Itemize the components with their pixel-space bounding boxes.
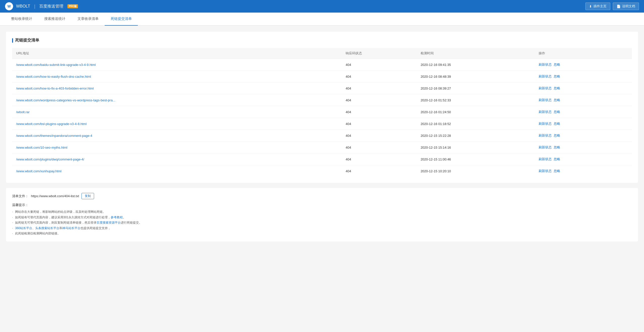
cell-url: /www.wbolt.com/bsl-plugins-upgrade-v3-4-… [12,118,342,130]
baidu-platform-link[interactable]: 百度搜索资源平台 [97,221,121,224]
table-row: /www.wbolt.com/plugins/dwq/comment-page-… [12,153,632,165]
header-title: 百度推送管理 [39,4,63,9]
table-row: /www.wbolt.com/wordpress-categories-vs-w… [12,94,632,106]
tutorial-link[interactable]: 参考教程 [111,216,123,219]
copy-button[interactable]: 复制 [82,193,94,199]
cell-status: 404 [342,142,417,153]
cell-url: /www.wbolt.com/themes/inpandora/comment-… [12,130,342,142]
pro-badge: PRO版 [67,4,78,8]
cell-url: /www.wbolt.com/xunhupay.html [12,165,342,177]
cell-url: /www.wbolt.com/10-seo-myths.html [12,142,342,153]
cell-time: 2020-12-16 01:52:33 [417,94,535,106]
docs-button[interactable]: 📄 说明文档 [613,3,639,10]
ignore-link[interactable]: 忽略 [554,86,560,90]
refresh-status-link[interactable]: 刷新状态 [539,110,552,114]
logo-icon: W [5,2,13,10]
table-row: /wbolt.rar4042020-12-16 01:24:50刷新状态忽略 [12,106,632,118]
refresh-status-link[interactable]: 刷新状态 [539,63,552,66]
url-link[interactable]: /www.wbolt.com/baidu-submit-link-upgrade… [16,63,96,67]
cell-actions: 刷新状态忽略 [535,142,632,153]
table-row: /www.wbolt.com/xunhupay.html4042020-12-1… [12,165,632,177]
docs-label: 说明文档 [622,4,635,9]
cell-status: 404 [342,118,417,130]
warning-item-4: 360站长平台、头条搜索站长平台和神马站长平台也提供死链提交支持， [12,226,632,231]
tab-dead-links[interactable]: 死链提交清单 [105,13,138,26]
table-row: /www.wbolt.com/themes/inpandora/comment-… [12,130,632,142]
warning-item-1: 网站存在大量死链，将影响网站的站点评级，应及时处理网站死链。 [12,209,632,215]
ignore-link[interactable]: 忽略 [554,74,560,78]
url-link[interactable]: /wbolt.rar [16,110,29,114]
cell-time: 2020-12-16 08:48:39 [417,71,535,82]
url-link[interactable]: /www.wbolt.com/bsl-plugins-upgrade-v3-4-… [16,122,87,126]
cell-url: /www.wbolt.com/how-to-easily-flush-dns-c… [12,71,342,82]
url-link[interactable]: /www.wbolt.com/themes/inpandora/comment-… [16,134,92,138]
list-file-label: 清单文件： [12,194,28,198]
url-link[interactable]: /www.wbolt.com/xunhupay.html [16,169,61,173]
ignore-link[interactable]: 忽略 [554,122,560,126]
warning-item-2: 如死链有可替代页面内容，建议采用301永久跳转方式对死链进行处理，参考教程。 [12,215,632,220]
doc-icon: 📄 [617,5,621,8]
cell-url: /www.wbolt.com/baidu-submit-link-upgrade… [12,59,342,71]
cell-status: 404 [342,153,417,165]
table-row: /www.wbolt.com/10-seo-myths.html4042020-… [12,142,632,153]
dead-links-section: 死链提交清单 URL地址 响应码状态 检测时间 操作 /www.wbolt.co… [6,32,638,183]
refresh-status-link[interactable]: 刷新状态 [539,134,552,137]
ignore-link[interactable]: 忽略 [554,157,560,161]
360-platform-link[interactable]: 360站长平台 [15,226,32,230]
refresh-status-link[interactable]: 刷新状态 [539,98,552,102]
table-row: /www.wbolt.com/how-to-easily-flush-dns-c… [12,71,632,82]
table-row: /www.wbolt.com/bsl-plugins-upgrade-v3-4-… [12,118,632,130]
refresh-status-link[interactable]: 刷新状态 [539,122,552,126]
cell-status: 404 [342,71,417,82]
logo-letter: W [7,4,11,8]
ignore-link[interactable]: 忽略 [554,63,560,66]
table-row: /www.wbolt.com/how-to-fix-a-403-forbidde… [12,82,632,94]
cell-url: /www.wbolt.com/how-to-fix-a-403-forbidde… [12,82,342,94]
tab-article-index[interactable]: 文章收录清单 [71,13,105,26]
cell-actions: 刷新状态忽略 [535,94,632,106]
cell-actions: 刷新状态忽略 [535,71,632,82]
ignore-link[interactable]: 忽略 [554,98,560,102]
ignore-link[interactable]: 忽略 [554,110,560,114]
nav-tabs: 整站收录统计 搜索推送统计 文章收录清单 死链提交清单 [0,13,644,26]
cell-actions: 刷新状态忽略 [535,165,632,177]
cell-status: 404 [342,94,417,106]
col-status: 响应码状态 [342,48,417,59]
col-actions: 操作 [535,48,632,59]
toutiao-platform-link[interactable]: 头条搜索站长平台 [35,226,59,230]
ignore-link[interactable]: 忽略 [554,169,560,173]
col-url: URL地址 [12,48,342,59]
warning-title: 温馨提示： [12,203,632,207]
refresh-status-link[interactable]: 刷新状态 [539,157,552,161]
cell-status: 404 [342,165,417,177]
cell-actions: 刷新状态忽略 [535,153,632,165]
dead-links-table: URL地址 响应码状态 检测时间 操作 /www.wbolt.com/baidu… [12,48,632,177]
brand-name: WBOLT [16,4,30,9]
url-link[interactable]: /www.wbolt.com/10-seo-myths.html [16,146,67,149]
refresh-status-link[interactable]: 刷新状态 [539,145,552,149]
refresh-status-link[interactable]: 刷新状态 [539,74,552,78]
cell-url: /www.wbolt.com/plugins/dwq/comment-page-… [12,153,342,165]
header-divider: | [34,4,35,9]
tab-search-push-stats[interactable]: 搜索推送统计 [38,13,71,26]
download-icon: ⬇ [589,5,592,8]
cell-time: 2020-12-15 11:00:46 [417,153,535,165]
cell-status: 404 [342,59,417,71]
shenma-platform-link[interactable]: 神马站长平台 [62,226,80,230]
url-link[interactable]: /www.wbolt.com/wordpress-categories-vs-w… [16,98,115,102]
plugin-home-button[interactable]: ⬇ 插件主页 [585,3,610,10]
url-link[interactable]: /www.wbolt.com/how-to-easily-flush-dns-c… [16,75,91,78]
url-link[interactable]: /www.wbolt.com/plugins/dwq/comment-page-… [16,157,84,161]
ignore-link[interactable]: 忽略 [554,134,560,137]
url-link[interactable]: /www.wbolt.com/how-to-fix-a-403-forbidde… [16,87,94,90]
refresh-status-link[interactable]: 刷新状态 [539,169,552,173]
ignore-link[interactable]: 忽略 [554,145,560,149]
refresh-status-link[interactable]: 刷新状态 [539,86,552,90]
cell-actions: 刷新状态忽略 [535,118,632,130]
table-header: URL地址 响应码状态 检测时间 操作 [12,48,632,59]
cell-time: 2020-12-15 15:14:16 [417,142,535,153]
table-body: /www.wbolt.com/baidu-submit-link-upgrade… [12,59,632,177]
cell-status: 404 [342,130,417,142]
tab-overall-stats[interactable]: 整站收录统计 [5,13,38,26]
list-file-row: 清单文件： https://www.wbolt.com/404-list.txt… [12,193,632,199]
